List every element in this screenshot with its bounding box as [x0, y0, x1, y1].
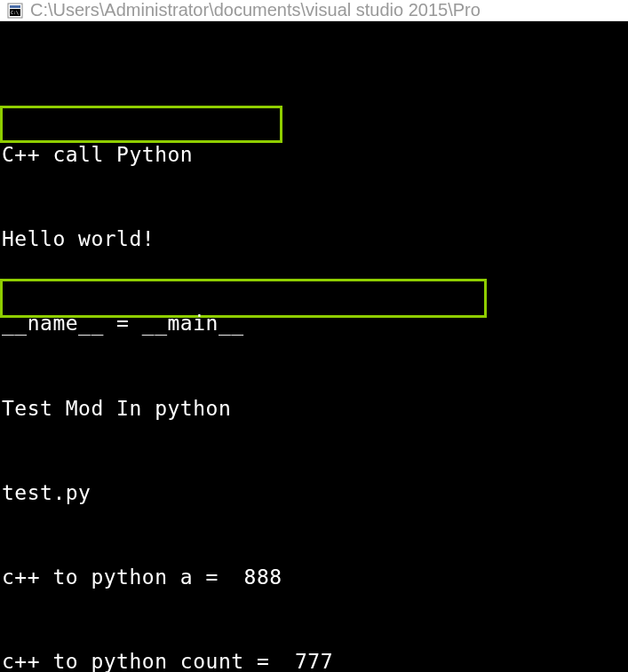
console-icon: C:\: [7, 3, 23, 19]
console-output[interactable]: C++ call Python Hello world! __name__ = …: [0, 21, 628, 672]
console-window: C:\ C:\Users\Administrator\documents\vis…: [0, 0, 628, 672]
svg-text:C:\: C:\: [11, 10, 19, 15]
console-line: Hello world!: [2, 225, 626, 254]
highlight-annotation-1: [0, 106, 282, 143]
console-line: c++ to python count = 777: [2, 648, 626, 672]
window-titlebar[interactable]: C:\ C:\Users\Administrator\documents\vis…: [0, 0, 628, 21]
console-line: __name__ = __main__: [2, 310, 626, 338]
console-line: c++ to python a = 888: [2, 564, 626, 592]
console-line: test.py: [2, 479, 626, 508]
console-line: Test Mod In python: [2, 395, 626, 423]
svg-rect-1: [10, 5, 20, 8]
window-title: C:\Users\Administrator\documents\visual …: [30, 0, 481, 20]
console-line: C++ call Python: [2, 141, 626, 170]
